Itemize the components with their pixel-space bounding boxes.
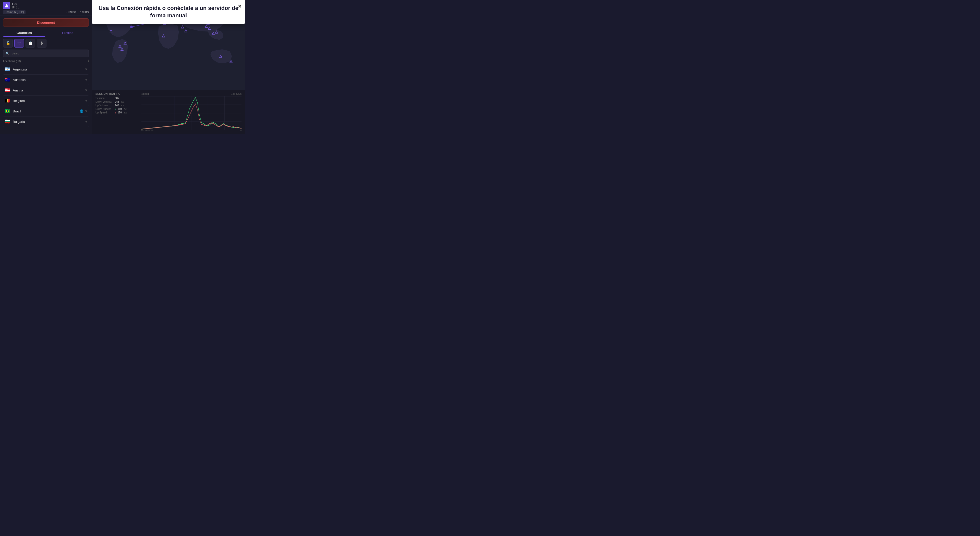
chevron-argentina-icon: ∨: [85, 67, 87, 71]
session-value: 38s: [115, 97, 119, 100]
tooltip-popup: Usa la Conexión rápida o conéctate a un …: [92, 0, 245, 24]
app-container: Uni... IP: 1... OpenVPN (UDP) ↓ 189 B/s …: [0, 0, 245, 134]
arrow-up-icon: ↑: [115, 112, 116, 114]
session-traffic-title: Session Traffic: [95, 93, 136, 95]
country-item-australia[interactable]: 🇦🇺 Australia ∨: [3, 75, 89, 85]
connection-info: Uni... IP: 1...: [12, 3, 89, 9]
down-volume-value: 243: [115, 100, 119, 103]
country-extras-argentina: ∨: [85, 67, 87, 71]
tooltip-close-button[interactable]: ✕: [238, 3, 242, 9]
header: Uni... IP: 1... OpenVPN (UDP) ↓ 189 B/s …: [0, 0, 92, 16]
country-name-brazil: Brazil: [13, 109, 80, 113]
speed-chart-header: Speed 145 KB/s: [142, 93, 242, 95]
country-name-argentina: Argentina: [13, 67, 85, 71]
up-volume-unit: KB: [121, 104, 124, 107]
country-name-austria: Austria: [13, 88, 85, 92]
up-volume-value: 146: [115, 104, 119, 107]
up-speed-unit: B/s: [124, 112, 127, 114]
svg-point-2: [130, 26, 133, 28]
flag-belgium: 🇧🇪: [5, 98, 10, 104]
logo-triangle-icon: [5, 4, 9, 7]
tab-countries[interactable]: Countries: [3, 29, 45, 37]
globe-brazil-icon: 🌐: [80, 109, 83, 113]
locations-header: Locations (63) ℹ: [3, 59, 89, 62]
country-item-argentina[interactable]: 🇦🇷 Argentina ∨: [3, 64, 89, 75]
up-volume-label: Up Volume:: [95, 104, 113, 107]
chart-time-start: 60 Seconds: [142, 129, 154, 132]
country-extras-australia: ∨: [85, 78, 87, 81]
search-icon: 🔍: [6, 52, 10, 55]
country-item-austria[interactable]: 🇦🇹 Austria ∨: [3, 85, 89, 96]
down-volume-label: Down Volume:: [95, 100, 113, 103]
filter-all-button[interactable]: 🔓: [3, 39, 13, 48]
stat-row-up-speed: Up Speed: ↑ 170 B/s: [95, 111, 136, 114]
speed-max-label: 145 KB/s: [231, 93, 242, 95]
filter-secure-button[interactable]: 🛡: [14, 39, 24, 48]
logo: [3, 2, 10, 9]
country-name-bulgaria: Bulgaria: [13, 120, 85, 124]
down-volume-unit: KB: [121, 100, 124, 103]
speed-down: ↓ 189 B/s: [65, 11, 76, 14]
country-list: 🇦🇷 Argentina ∨ 🇦🇺 Australia ∨ 🇦🇹 Austria…: [0, 64, 92, 134]
shield-icon: 🛡: [18, 41, 21, 45]
speed-chart-label: Speed: [142, 93, 149, 95]
stat-row-session: Session: 38s: [95, 97, 136, 100]
flag-bulgaria: 🇧🇬: [5, 119, 10, 124]
chevron-belgium-icon: ∨: [85, 99, 87, 102]
stat-row-down-speed: Down Speed: ↓ 189 B/s: [95, 108, 136, 110]
country-extras-bulgaria: ∨: [85, 120, 87, 123]
arrow-down-icon: ↓: [115, 108, 116, 110]
filter-p2p-button[interactable]: 📋: [25, 39, 35, 48]
tabs: Countries Profiles: [3, 29, 89, 37]
speed-info: ↓ 189 B/s ↑ 170 B/s: [65, 11, 89, 14]
country-extras-austria: ∨: [85, 88, 87, 92]
down-speed-value: 189: [118, 108, 122, 110]
country-extras-brazil: 🌐 ∨: [80, 109, 87, 113]
chevron-austria-icon: ∨: [85, 88, 87, 92]
chart-svg: [142, 96, 242, 130]
speed-up: ↑ 170 B/s: [78, 11, 89, 14]
speed-chart: Speed 145 KB/s: [142, 93, 242, 131]
session-traffic: Session Traffic Session: 38s Down Volume…: [95, 93, 136, 131]
country-name-australia: Australia: [13, 78, 85, 82]
protocol-label: OpenVPN (UDP): [3, 10, 25, 14]
tab-profiles[interactable]: Profiles: [46, 29, 89, 37]
up-speed-label: Up Speed:: [95, 111, 113, 114]
map-area: Usa la Conexión rápida o conéctate a un …: [92, 0, 245, 134]
country-item-belgium[interactable]: 🇧🇪 Belgium ∨: [3, 96, 89, 106]
sidebar: Uni... IP: 1... OpenVPN (UDP) ↓ 189 B/s …: [0, 0, 92, 134]
country-item-bulgaria[interactable]: 🇧🇬 Bulgaria ∨: [3, 116, 89, 127]
stats-area: Session Traffic Session: 38s Down Volume…: [92, 90, 245, 134]
stat-row-down-volume: Down Volume: 243 KB: [95, 100, 136, 103]
up-speed-value: 170: [118, 111, 122, 114]
filter-tor-button[interactable]: ⟫: [37, 39, 46, 48]
country-item-brazil[interactable]: 🇧🇷 Brazil 🌐 ∨: [3, 106, 89, 116]
session-label: Session:: [95, 97, 113, 100]
chevron-bulgaria-icon: ∨: [85, 120, 87, 123]
p2p-icon: 📋: [28, 41, 33, 45]
locations-count: Locations (63): [3, 59, 21, 62]
ip-address: IP: 1...: [12, 6, 89, 9]
chart-time-end: 0: [240, 129, 242, 132]
chevron-brazil-icon: ∨: [85, 109, 87, 113]
flag-austria: 🇦🇹: [5, 88, 10, 93]
search-container: 🔍: [3, 49, 89, 57]
down-speed-label: Down Speed:: [95, 108, 113, 110]
search-input[interactable]: [3, 49, 89, 57]
filter-icons: 🔓 🛡 📋 ⟫: [3, 39, 89, 48]
flag-brazil: 🇧🇷: [5, 108, 10, 114]
flag-australia: 🇦🇺: [5, 77, 10, 83]
tor-icon: ⟫: [41, 41, 43, 46]
flag-argentina: 🇦🇷: [5, 66, 10, 72]
stat-row-up-volume: Up Volume: 146 KB: [95, 104, 136, 107]
lock-icon: 🔓: [6, 41, 10, 45]
country-name-belgium: Belgium: [13, 99, 85, 103]
disconnect-button[interactable]: Disconnect: [3, 18, 89, 27]
info-icon[interactable]: ℹ: [88, 59, 89, 62]
connected-country: Uni...: [12, 3, 89, 6]
tooltip-title: Usa la Conexión rápida o conéctate a un …: [98, 5, 239, 19]
down-speed-unit: B/s: [124, 108, 127, 110]
chevron-australia-icon: ∨: [85, 78, 87, 81]
country-extras-belgium: ∨: [85, 99, 87, 102]
